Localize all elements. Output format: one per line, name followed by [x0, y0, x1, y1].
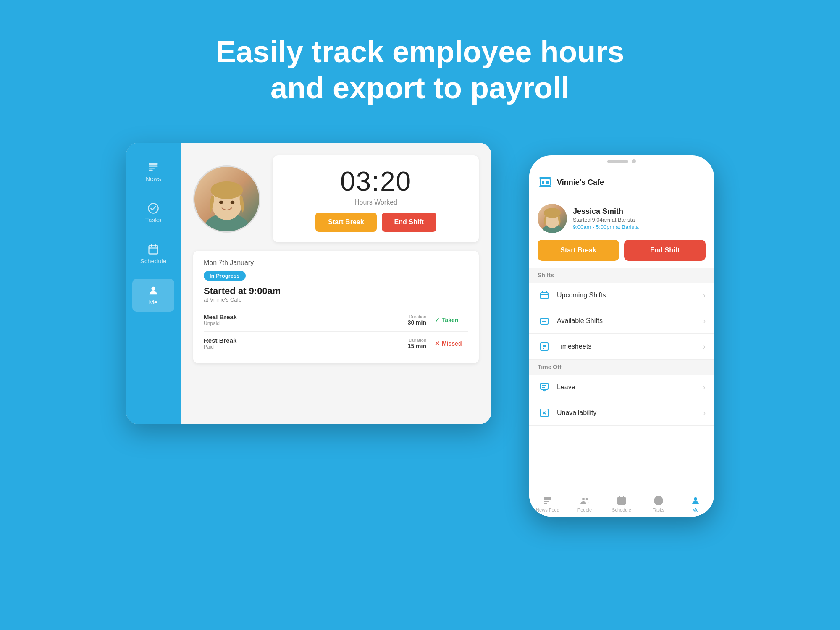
svg-rect-43: [544, 499, 551, 500]
svg-point-14: [219, 200, 223, 204]
nav-people[interactable]: People: [566, 496, 603, 512]
timesheets-chevron-icon: ›: [703, 342, 706, 351]
unavailability-label: Unavailability: [557, 409, 703, 417]
svg-rect-0: [149, 163, 158, 165]
news-icon: [147, 161, 159, 173]
user-avatar: [193, 165, 260, 233]
phone-leave[interactable]: Leave ›: [529, 375, 714, 400]
sidebar-label-schedule: Schedule: [140, 257, 167, 265]
nav-me-label: Me: [692, 507, 698, 512]
svg-rect-48: [618, 497, 625, 504]
tablet-start-break-button[interactable]: Start Break: [315, 213, 376, 232]
headline-line2: and export to payroll: [0, 70, 840, 106]
svg-point-9: [151, 287, 155, 291]
tablet-sidebar: News Tasks Schedule: [126, 143, 181, 424]
rest-duration-value: 15 min: [408, 343, 426, 349]
x-icon: ✕: [435, 340, 440, 347]
phone-shifts-header: Shifts: [529, 268, 714, 283]
svg-point-15: [231, 200, 235, 204]
meal-duration-label: Duration: [408, 314, 426, 319]
svg-rect-1: [149, 166, 158, 167]
svg-rect-19: [546, 181, 549, 184]
meal-break-name: Meal Break: [204, 313, 408, 320]
rest-break-name: Rest Break: [204, 337, 408, 344]
timer-label: Hours Worked: [286, 199, 466, 206]
svg-rect-20: [539, 186, 551, 187]
devices-container: News Tasks Schedule: [126, 143, 714, 588]
phone: Vinnie's Cafe Jessica Smith Sta: [529, 155, 714, 517]
svg-rect-2: [149, 168, 155, 168]
cafe-icon: [538, 175, 553, 190]
nav-schedule[interactable]: Schedule: [603, 496, 640, 512]
tablet-end-shift-button[interactable]: End Shift: [382, 213, 436, 232]
svg-rect-44: [544, 501, 549, 502]
phone-user-name: Jessica Smith: [573, 207, 706, 216]
phone-header: Vinnie's Cafe: [529, 168, 714, 197]
avatar-svg: [194, 167, 259, 231]
available-shifts-label: Available Shifts: [557, 317, 703, 325]
meal-break-status: ✓ Taken: [435, 317, 468, 323]
svg-rect-17: [540, 179, 550, 186]
schedule-nav-icon: [617, 496, 627, 506]
store-icon-svg: [538, 175, 553, 190]
sidebar-label-me: Me: [149, 299, 158, 306]
me-nav-icon: [690, 496, 701, 506]
tablet-content: 03:20 Hours Worked Start Break End Shift…: [181, 143, 491, 424]
phone-user-info: Jessica Smith Started 9:04am at Barista …: [573, 207, 706, 230]
headline-line1: Easily track employee hours: [0, 34, 840, 70]
svg-point-47: [586, 498, 588, 500]
phone-upcoming-shifts[interactable]: Upcoming Shifts ›: [529, 283, 714, 308]
phone-start-break-button[interactable]: Start Break: [538, 240, 619, 261]
tasks-icon: [147, 202, 159, 214]
phone-cafe-name: Vinnie's Cafe: [557, 178, 604, 187]
phone-action-buttons: Start Break End Shift: [529, 240, 714, 268]
me-icon: [147, 285, 159, 297]
svg-rect-45: [544, 503, 547, 504]
rest-break-status: ✕ Missed: [435, 340, 468, 347]
meal-break-type: Unpaid: [204, 320, 408, 326]
phone-available-shifts[interactable]: Available Shifts ›: [529, 308, 714, 334]
rest-break-row: Rest Break Paid Duration 15 min ✕ Missed: [204, 331, 468, 355]
meal-duration-value: 30 min: [408, 319, 426, 326]
available-chevron-icon: ›: [703, 317, 706, 326]
sidebar-item-news[interactable]: News: [132, 155, 174, 188]
meal-break-info: Meal Break Unpaid: [204, 313, 408, 326]
nav-schedule-label: Schedule: [612, 507, 631, 512]
phone-unavailability[interactable]: Unavailability ›: [529, 400, 714, 426]
timer-card: 03:20 Hours Worked Start Break End Shift: [273, 155, 479, 242]
phone-user-avatar: [538, 204, 567, 233]
phone-timesheets[interactable]: Timesheets ›: [529, 334, 714, 360]
phone-avatar-svg: [538, 204, 567, 233]
phone-bottom-nav: News Feed People: [529, 491, 714, 517]
sidebar-item-tasks[interactable]: Tasks: [132, 197, 174, 229]
in-progress-badge: In Progress: [204, 271, 246, 281]
rest-duration-label: Duration: [408, 338, 426, 343]
svg-rect-5: [149, 246, 158, 254]
svg-rect-18: [542, 181, 544, 184]
phone-end-shift-button[interactable]: End Shift: [624, 240, 706, 261]
svg-rect-25: [541, 293, 548, 299]
nav-tasks[interactable]: Tasks: [640, 496, 677, 512]
upcoming-shifts-label: Upcoming Shifts: [557, 291, 703, 299]
unavailability-icon: [538, 406, 551, 420]
nav-tasks-label: Tasks: [653, 507, 664, 512]
shift-info: Mon 7th January In Progress Started at 9…: [193, 251, 479, 363]
sidebar-item-schedule[interactable]: Schedule: [132, 238, 174, 270]
shift-started: Started at 9:00am: [204, 286, 468, 297]
svg-rect-3: [149, 170, 153, 171]
nav-people-label: People: [578, 507, 592, 512]
phone-user-started: Started 9:04am at Barista: [573, 217, 706, 223]
nav-me[interactable]: Me: [677, 496, 714, 512]
timesheets-label: Timesheets: [557, 343, 703, 350]
svg-rect-42: [544, 497, 551, 499]
rest-break-duration: Duration 15 min: [408, 338, 426, 349]
phone-user-shift: 9:00am - 5:00pm at Barista: [573, 224, 706, 230]
sidebar-item-me[interactable]: Me: [132, 279, 174, 312]
phone-time-off-header: Time Off: [529, 360, 714, 375]
rest-break-type: Paid: [204, 344, 408, 350]
tablet: News Tasks Schedule: [126, 143, 491, 424]
shift-location: at Vinnie's Cafe: [204, 297, 468, 303]
nav-news-feed[interactable]: News Feed: [529, 496, 566, 512]
timer-display: 03:20: [286, 166, 466, 197]
leave-chevron-icon: ›: [703, 383, 706, 392]
